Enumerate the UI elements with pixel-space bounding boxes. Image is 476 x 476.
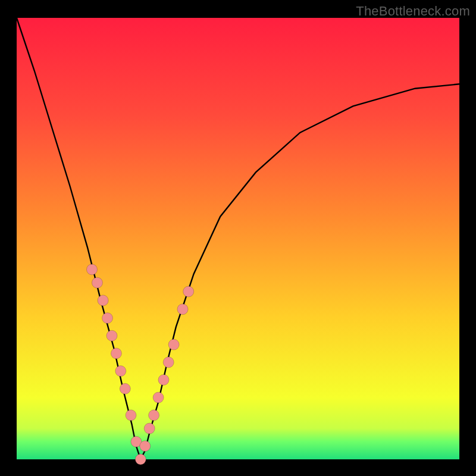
highlight-dot xyxy=(149,410,159,421)
highlight-dot xyxy=(107,330,117,341)
highlight-dot xyxy=(98,295,108,306)
highlight-dot xyxy=(144,423,155,434)
highlight-dot xyxy=(158,374,169,385)
highlight-dot xyxy=(92,277,102,288)
chart-stage: TheBottleneck.com xyxy=(0,0,476,476)
highlight-dot xyxy=(177,304,188,315)
plot-svg xyxy=(0,0,476,476)
highlight-dot xyxy=(135,454,146,465)
highlight-dot xyxy=(115,366,126,377)
highlight-dot xyxy=(111,348,121,359)
highlight-dot xyxy=(168,339,179,350)
bottleneck-curve xyxy=(17,18,459,459)
highlight-dot xyxy=(163,357,174,368)
marker-group xyxy=(87,264,194,465)
highlight-dot xyxy=(140,441,151,452)
highlight-dot xyxy=(153,392,164,403)
watermark-text: TheBottleneck.com xyxy=(356,4,470,19)
highlight-dot xyxy=(183,286,194,297)
highlight-dot xyxy=(126,410,136,421)
highlight-dot xyxy=(87,264,98,275)
highlight-dot xyxy=(102,313,113,324)
highlight-dot xyxy=(120,383,130,394)
